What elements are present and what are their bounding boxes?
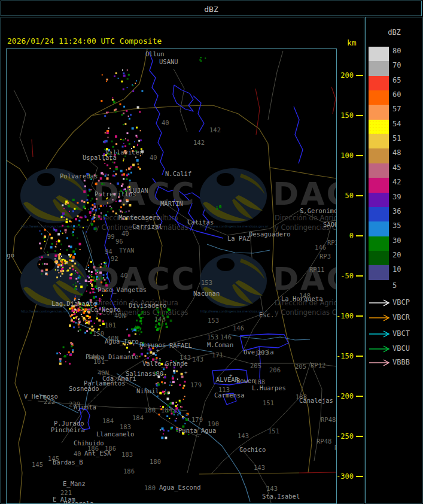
- dbz-scale-swatch: [369, 105, 389, 120]
- window-title: dBZ: [1, 5, 421, 14]
- city-label: Sta.Isabel: [262, 493, 300, 499]
- city-label: N.Calif: [165, 171, 191, 177]
- contour-label: RP3: [319, 253, 331, 259]
- city-label: Punta_Agua: [178, 427, 216, 433]
- contour-label: 179: [190, 382, 202, 388]
- radar-map-display[interactable]: DACCDirección de Agriculturay Contingenc…: [6, 48, 337, 504]
- contour-label: 145: [32, 462, 43, 467]
- dbz-scale-label: 45: [392, 164, 401, 171]
- legend-panel: dBZ 807065605754514845423936353020105 VB…: [365, 17, 422, 503]
- contour-label: 99: [107, 233, 115, 239]
- vector-legend-row: [369, 358, 392, 366]
- contour-label: 184: [161, 407, 172, 413]
- y-axis-unit-label: km: [347, 38, 357, 47]
- city-label: M.Coman: [207, 342, 233, 348]
- contour-label: 143: [266, 485, 278, 491]
- contour-label: 179: [191, 417, 203, 423]
- contour-label: 183: [121, 451, 133, 457]
- y-axis-tick-label: 200: [327, 71, 354, 80]
- contour-label: TYAN: [119, 247, 134, 253]
- city-label: USANU: [159, 59, 178, 65]
- city-label: E_Manz: [63, 481, 86, 487]
- contour-label: 40N: [114, 312, 126, 318]
- city-label: Sosneado: [69, 385, 99, 391]
- contour-label: 153: [207, 334, 218, 340]
- contour-label: RP: [334, 445, 337, 451]
- dbz-scale-label: 54: [392, 120, 401, 127]
- contour-label: 206: [269, 367, 281, 373]
- map-geography-layer: DACCDirección de Agriculturay Contingenc…: [7, 49, 336, 503]
- y-axis-tick-label: -200: [327, 392, 354, 400]
- contour-label: 171: [212, 352, 223, 358]
- contour-label: 205: [250, 363, 261, 369]
- contour-label: 146: [233, 325, 244, 331]
- contour-label: 229: [69, 401, 80, 407]
- dbz-scale-label: 51: [392, 135, 401, 142]
- scale-title: dBZ: [366, 28, 423, 37]
- city-label: Reyunos: [139, 342, 166, 348]
- city-label: Uspallata: [83, 154, 117, 160]
- city-label: Polvaredas: [60, 173, 98, 179]
- dbz-scale-label: 42: [392, 178, 401, 186]
- city-label: La PAZ: [227, 235, 250, 241]
- vector-legend-label: VBCP: [392, 298, 410, 306]
- vector-legend-row: [369, 344, 392, 353]
- y-axis-tick-mark: [356, 75, 363, 76]
- contour-label: 188: [296, 394, 307, 400]
- city-label: ALVEAR: [216, 377, 239, 382]
- map-panel: 2026/01/24 11:24:00 UTC Composite km DAC…: [1, 17, 364, 503]
- city-label: L.Huarpes: [252, 385, 286, 391]
- y-axis-tick-mark: [356, 195, 363, 196]
- dbz-scale-swatch: [369, 76, 389, 91]
- vector-legend-row: [369, 298, 392, 306]
- city-label: Desaguadero: [249, 231, 291, 237]
- site-plus-mark: +: [156, 347, 159, 353]
- contour-label: 180: [144, 407, 156, 413]
- contour-label: 40: [121, 230, 129, 236]
- contour-label: 142: [193, 139, 205, 145]
- dbz-scale-label: 10: [392, 266, 401, 273]
- vbct-arrow-icon: [369, 330, 392, 338]
- y-axis-tick-mark: [356, 155, 363, 156]
- y-axis-tick-label: -300: [327, 472, 354, 481]
- contour-label: 146: [315, 244, 326, 250]
- contour-label: 40N: [98, 370, 109, 376]
- contour-label: 92: [111, 256, 118, 262]
- dbz-scale-label: 5: [392, 282, 397, 289]
- contour-label: 180: [144, 485, 156, 491]
- contour-label: 143: [254, 464, 265, 470]
- contour-label: 186: [105, 445, 116, 451]
- city-label: SAOU: [323, 221, 337, 227]
- contour-label: 94: [105, 248, 112, 254]
- contour-label: 153: [208, 317, 219, 323]
- dbz-scale-swatch: [369, 134, 389, 149]
- vector-legend-label: VBCU: [392, 344, 410, 353]
- dbz-scale-label: 60: [392, 91, 401, 98]
- dbz-scale-swatch: [369, 251, 389, 266]
- contour-label: 190: [208, 421, 219, 427]
- dbz-scale-swatch: [369, 265, 389, 280]
- timestamp-label: 2026/01/24 11:24:00 UTC Composite: [7, 37, 162, 45]
- city-label: MARTIN: [160, 201, 183, 207]
- dbz-scale-swatch: [369, 47, 389, 62]
- city-label: RAFAEL: [169, 342, 192, 348]
- title-bar: dBZ: [1, 1, 422, 16]
- contour-label: RP12: [311, 362, 325, 368]
- contour-label: 142: [209, 127, 221, 133]
- contour-label: 101: [105, 322, 116, 328]
- contour-label: 96: [115, 238, 123, 244]
- contour-label: 144: [87, 354, 99, 360]
- contour-label: 143: [179, 354, 191, 360]
- dbz-scale-swatch: [369, 193, 389, 208]
- vbcp-arrow-icon: [369, 299, 392, 307]
- vector-legend-label: VBCR: [392, 313, 410, 321]
- contour-label: RP11: [309, 266, 324, 272]
- y-axis-tick-mark: [356, 115, 363, 116]
- contour-label: 113: [218, 387, 230, 393]
- city-label: Ollun: [145, 51, 165, 57]
- y-axis-tick-label: 0: [327, 232, 354, 240]
- dbz-scale-swatch: [369, 148, 389, 163]
- contour-label: 143: [238, 433, 249, 439]
- city-label: Valle_Grande: [142, 360, 188, 366]
- vbbb-arrow-icon: [369, 359, 392, 367]
